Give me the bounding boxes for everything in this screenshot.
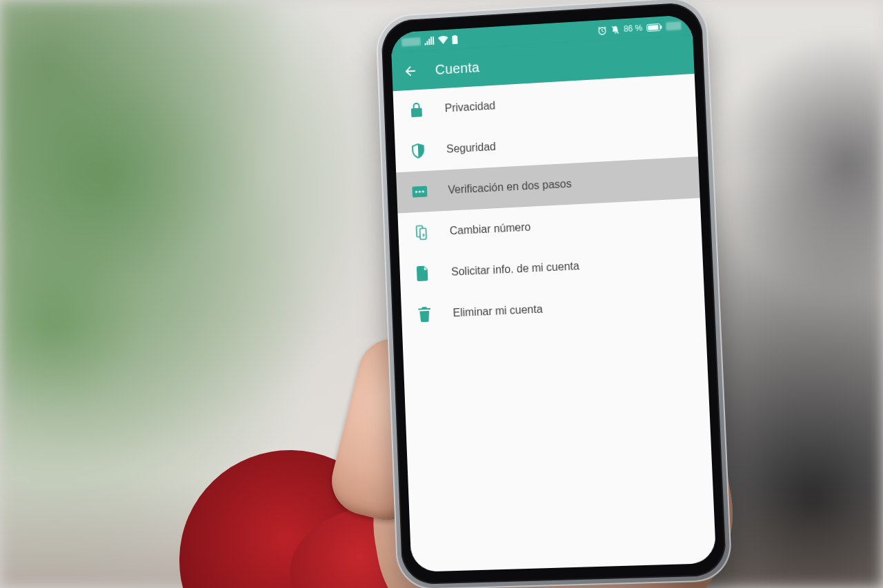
menu-item-label: Seguridad	[446, 141, 496, 156]
wifi-icon	[438, 36, 448, 45]
clock-text-obscured	[666, 21, 682, 30]
svg-rect-9	[420, 228, 426, 239]
menu-item-label: Cambiar número	[450, 221, 531, 238]
phone: 86 % Cuenta	[375, 0, 733, 588]
shield-icon	[410, 142, 426, 159]
menu-item-label: Eliminar mi cuenta	[453, 303, 543, 320]
phone-case: 86 % Cuenta	[375, 0, 733, 588]
pin-code-icon	[411, 183, 428, 201]
carrier-text-obscured	[401, 37, 421, 46]
phone-screen: 86 % Cuenta	[390, 14, 716, 572]
menu-item-label: Privacidad	[444, 99, 495, 114]
menu-item-label: Solicitar info. de mi cuenta	[451, 260, 579, 278]
alarm-icon	[597, 26, 606, 35]
battery-percentage-label: 86 %	[624, 23, 643, 34]
phone-body: 86 % Cuenta	[381, 1, 726, 585]
battery-icon	[646, 23, 662, 31]
change-number-icon	[413, 224, 430, 241]
status-right-group: 86 %	[597, 21, 682, 35]
battery-small-icon	[452, 34, 457, 43]
status-left-group	[401, 34, 457, 47]
lock-icon	[408, 101, 425, 119]
document-icon	[415, 265, 431, 282]
trash-icon	[416, 306, 433, 323]
app-bar-title: Cuenta	[435, 59, 479, 77]
svg-rect-2	[648, 25, 658, 30]
signal-icon	[424, 37, 434, 45]
arrow-left-icon	[403, 63, 418, 79]
dnd-icon	[611, 25, 620, 34]
svg-rect-3	[660, 25, 662, 28]
account-menu-list: Privacidad Seguridad Verificación en dos…	[393, 74, 717, 572]
back-button[interactable]	[401, 62, 419, 81]
menu-item-label: Verificación en dos pasos	[448, 178, 572, 196]
